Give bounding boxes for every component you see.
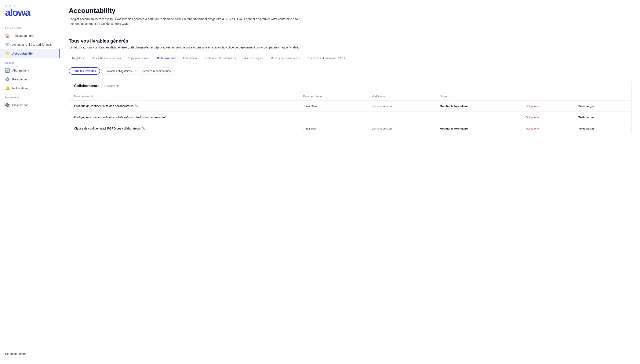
tab-information[interactable]: Information xyxy=(180,54,200,62)
subtabs: Tous les livrables Livrables obligatoire… xyxy=(69,67,632,75)
table-row: Politique de confidentialité des collabo… xyxy=(69,112,631,123)
cell-niveau: Obligatoire xyxy=(520,123,573,134)
tab-prestataires[interactable]: Prestataires & Partenaires xyxy=(200,54,239,62)
table-row: Clause de confidentialité RGPD des colla… xyxy=(69,123,631,134)
cell-date: 7 mai 2024 xyxy=(298,100,366,112)
sidebar-item-notifications[interactable]: 🔔 Notifications xyxy=(0,84,60,93)
col-niveau: Niveau xyxy=(435,92,521,100)
tab-application-mobile[interactable]: Application mobile xyxy=(124,54,154,62)
livrable-name: Clause de confidentialité RGPD des colla… xyxy=(74,127,141,130)
livrable-name: Politique de confidentialité des collabo… xyxy=(74,104,134,108)
telecharger-button[interactable]: Télécharger xyxy=(578,104,594,108)
telecharger-button[interactable]: Télécharger xyxy=(578,116,594,119)
cell-nom: Politique de confidentialité des collabo… xyxy=(69,100,298,112)
cell-modification: Dernière version xyxy=(366,100,435,112)
cell-niveau: Obligatoire xyxy=(520,100,573,112)
table-row: Politique de confidentialité des collabo… xyxy=(69,100,631,112)
cell-modifier-btn: Modifier le formulaire xyxy=(435,100,521,112)
tab-procedures[interactable]: Procédures et Imprévus RGPD xyxy=(304,54,348,62)
divider xyxy=(69,32,632,32)
sidebar-item-label: Notifications xyxy=(12,86,28,90)
section-label-ressources: Ressources xyxy=(0,93,60,101)
main-content: Accountability L'onglet Accountability r… xyxy=(60,0,640,364)
cell-telecharger: Télécharger xyxy=(573,100,631,112)
table-section: Collaborateurs 10 documents Nom du livra… xyxy=(69,80,632,134)
sidebar-item-label: Accountability xyxy=(12,52,32,55)
table-section-header: Collaborateurs 10 documents xyxy=(69,80,631,92)
niveau-badge: Obligatoire xyxy=(526,116,539,119)
edit-icon[interactable]: ✏️ xyxy=(142,127,146,130)
livrable-name: Politique de confidentialité des collabo… xyxy=(74,116,166,119)
col-action xyxy=(520,92,573,100)
page-description: L'onglet Accountability recense tous vos… xyxy=(69,17,302,26)
sidebar-item-tableau-de-bord[interactable]: 🏠 Tableau de bord xyxy=(0,31,60,40)
col-date: Date de création xyxy=(298,92,366,100)
col-modification: Modification xyxy=(366,92,435,100)
niveau-badge: Obligatoire xyxy=(526,127,539,130)
section-title: Tous vos livrables générés xyxy=(69,38,632,44)
sidebar-item-achats[interactable]: 🛒 Achats à l'unité & additionnels xyxy=(0,40,60,49)
edit-icon[interactable]: ✏️ xyxy=(135,104,138,108)
table-section-title: Collaborateurs xyxy=(74,84,100,88)
tabs-nav: Registres Sites & Réseaux sociaux Applic… xyxy=(69,54,632,62)
col-nom: Nom du livrable xyxy=(69,92,298,100)
cart-icon: 🛒 xyxy=(5,42,10,47)
refresh-icon: 🔄 xyxy=(5,68,10,73)
tab-durees[interactable]: Durées de conservation xyxy=(268,54,303,62)
page-title: Accountability xyxy=(69,7,632,14)
subtab-recommandes[interactable]: Livrables recommandés xyxy=(137,67,174,75)
sidebar-item-label: Bibliothèque xyxy=(12,104,28,107)
section-description: Ici, retrouvez tous vos livrables déjà g… xyxy=(69,45,302,50)
sidebar: CLOUD alowa Les essentiels 🏠 Tableau de … xyxy=(0,0,60,364)
cell-date: 7 mai 2024 xyxy=(298,123,366,134)
gear-icon: ⚙️ xyxy=(5,77,10,82)
sidebar-item-parametres[interactable]: ⚙️ Paramètres xyxy=(0,75,60,84)
logo: CLOUD alowa xyxy=(5,5,55,17)
sidebar-item-label: Achats à l'unité & additionnels xyxy=(12,43,52,46)
tab-registres[interactable]: Registres xyxy=(69,54,87,62)
subtab-tous[interactable]: Tous les livrables xyxy=(69,67,100,75)
sidebar-item-accountability[interactable]: 📁 Accountability xyxy=(0,49,60,58)
folder-icon: 📁 xyxy=(5,51,10,56)
doc-count: 10 documents xyxy=(102,84,119,88)
niveau-badge: Obligatoire xyxy=(526,104,539,108)
cell-nom: Politique de confidentialité des collabo… xyxy=(69,112,298,123)
logout-button[interactable]: Se déconnecter xyxy=(5,352,55,356)
tab-sites-reseaux[interactable]: Sites & Réseaux sociaux xyxy=(87,54,124,62)
derniere-version-label: Dernière version xyxy=(372,127,392,130)
cell-modification: Dernière version xyxy=(366,123,435,134)
section-label-gestion: Gestion xyxy=(0,58,60,66)
sidebar-item-label: Tableau de bord xyxy=(12,34,34,38)
sidebar-bottom: Se déconnecter xyxy=(0,349,60,359)
telecharger-button[interactable]: Télécharger xyxy=(578,127,594,130)
modifier-formulaire-button[interactable]: Modifier le formulaire xyxy=(440,104,468,108)
sidebar-item-bibliotheque[interactable]: 📚 Bibliothèque xyxy=(0,101,60,110)
derniere-version-label: Dernière version xyxy=(372,104,392,108)
bell-icon: 🔔 xyxy=(5,86,10,90)
subtab-obligatoires[interactable]: Livrables obligatoires xyxy=(102,67,136,75)
library-icon: 📚 xyxy=(5,103,10,108)
cell-date xyxy=(298,112,366,123)
table-header-row: Nom du livrable Date de création Modific… xyxy=(69,92,631,100)
sidebar-item-label: Paramètres xyxy=(12,78,28,81)
cell-modification xyxy=(366,112,435,123)
logo-area: CLOUD alowa xyxy=(0,5,60,23)
cell-modifier-btn: Modifier le formulaire xyxy=(435,123,521,134)
livrables-table: Nom du livrable Date de création Modific… xyxy=(69,92,631,134)
section-label-essentiels: Les essentiels xyxy=(0,23,60,31)
tab-editeur[interactable]: Editeur de logiciel xyxy=(239,54,268,62)
sidebar-item-label: Abonnement xyxy=(12,69,29,72)
tab-collaborateurs[interactable]: Collaborateurs xyxy=(154,54,180,62)
logo-name: alowa xyxy=(5,8,30,17)
cell-nom: Clause de confidentialité RGPD des colla… xyxy=(69,123,298,134)
cell-telecharger: Télécharger xyxy=(573,123,631,134)
sidebar-item-abonnement[interactable]: 🔄 Abonnement xyxy=(0,66,60,75)
cell-niveau: Obligatoire xyxy=(520,112,573,123)
modifier-formulaire-button[interactable]: Modifier le formulaire xyxy=(440,127,468,130)
home-icon: 🏠 xyxy=(5,34,10,38)
cell-modifier-btn xyxy=(435,112,521,123)
cell-telecharger: Télécharger xyxy=(573,112,631,123)
